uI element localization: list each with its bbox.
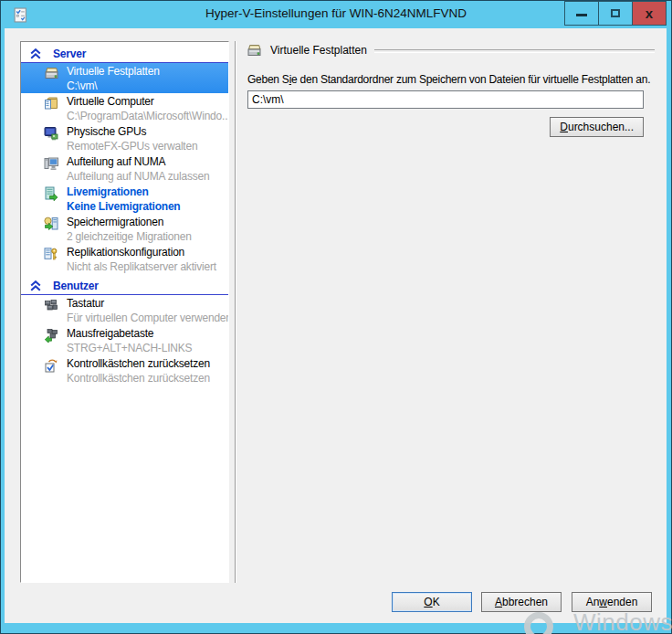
panel-title: Virtuelle Festplatten	[270, 44, 367, 57]
item-subtitle: C:\vm\	[67, 79, 228, 93]
sidebar-item-kontrollkästchen-zurücksetzen[interactable]: Kontrollkästchen zurücksetzenKontrollkäs…	[21, 355, 228, 386]
settings-nav-list[interactable]: ServerVirtuelle FestplattenC:\vm\Virtuel…	[20, 41, 229, 583]
item-title: Replikationskonfiguration	[67, 245, 228, 259]
hard-disk-icon	[247, 43, 262, 58]
maximize-button[interactable]	[598, 1, 633, 26]
item-title: Mausfreigabetaste	[67, 326, 228, 341]
section-label: Server	[53, 48, 86, 60]
item-title: Aufteilung auf NUMA	[67, 154, 228, 169]
item-title: Virtuelle Computer	[67, 94, 228, 109]
browse-row: Durchsuchen...	[247, 117, 644, 137]
virtual-computer-icon	[44, 96, 58, 111]
item-subtitle: Keine Livemigrationen	[67, 199, 228, 214]
sidebar-item-mausfreigabetaste[interactable]: MausfreigabetasteSTRG+ALT+NACH-LINKS	[21, 325, 228, 355]
item-title: Kontrollkästchen zurücksetzen	[67, 356, 228, 371]
live-migration-icon	[44, 186, 58, 201]
header-rule	[374, 49, 655, 53]
window-controls: x	[565, 1, 667, 26]
sidebar-item-aufteilung-auf-numa[interactable]: Aufteilung auf NUMAAufteilung auf NUMA z…	[21, 153, 228, 184]
sidebar-item-virtuelle-computer[interactable]: Virtuelle ComputerC:\ProgramData\Microso…	[21, 93, 228, 123]
item-subtitle: Aufteilung auf NUMA zulassen	[67, 169, 228, 184]
sidebar-item-livemigrationen[interactable]: LivemigrationenKeine Livemigrationen	[21, 184, 228, 214]
sidebar-item-replikationskonfiguration[interactable]: ReplikationskonfigurationNicht als Repli…	[21, 244, 228, 274]
chevron-double-up-icon	[30, 280, 41, 291]
sidebar-item-tastatur[interactable]: TastaturFür virtuellen Computer verwende…	[21, 295, 228, 325]
ok-post: K	[433, 596, 440, 608]
item-title: Physische GPUs	[67, 124, 228, 139]
panel-header: Virtuelle Festplatten	[247, 43, 655, 58]
browse-post: urchsuchen...	[568, 121, 634, 133]
section-header-benutzer[interactable]: Benutzer	[21, 274, 228, 295]
replication-icon	[44, 247, 58, 261]
path-input[interactable]	[247, 90, 644, 109]
maximize-icon	[611, 9, 620, 17]
close-button[interactable]: x	[632, 1, 667, 26]
close-icon: x	[646, 6, 653, 20]
titlebar: Hyper-V-Einstellungen für WIN-6N24NMLFVN…	[1, 1, 671, 28]
item-subtitle: Kontrollkästchen zurücksetzen	[67, 371, 228, 386]
item-subtitle: 2 gleichzeitige Migrationen	[67, 229, 228, 244]
ok-button[interactable]: OK	[392, 592, 472, 612]
item-subtitle: RemoteFX-GPUs verwalten	[67, 139, 228, 153]
section-label: Benutzer	[53, 280, 99, 292]
desc-pre: Geben S	[247, 73, 289, 86]
apply-accel: w	[599, 596, 607, 608]
item-subtitle: Für virtuellen Computer verwenden	[67, 311, 228, 325]
mouse-release-key-icon	[44, 328, 58, 343]
browse-button[interactable]: Durchsuchen...	[550, 117, 644, 137]
cancel-button[interactable]: Abbrechen	[481, 592, 562, 612]
item-title: Tastatur	[67, 296, 228, 311]
sidebar-item-virtuelle-festplatten[interactable]: Virtuelle FestplattenC:\vm\	[21, 63, 228, 93]
keyboard-icon	[44, 298, 58, 312]
sidebar-item-physische-gpus[interactable]: Physische GPUsRemoteFX-GPUs verwalten	[21, 123, 228, 153]
apply-post: enden	[607, 596, 637, 608]
ok-accel: O	[424, 596, 432, 608]
checkbox-reset-icon	[44, 358, 58, 373]
panel-divider	[235, 41, 236, 583]
folder-description: Geben Sie den Standardordner zum Speiche…	[247, 73, 650, 86]
dialog-body: ServerVirtuelle FestplattenC:\vm\Virtuel…	[5, 28, 667, 623]
item-subtitle: C:\ProgramData\Microsoft\Windo...	[67, 109, 228, 123]
section-header-server[interactable]: Server	[21, 42, 228, 63]
item-title: Livemigrationen	[67, 185, 228, 199]
hard-disk-icon	[44, 66, 58, 80]
browse-accel: D	[560, 121, 568, 133]
sidebar-item-speichermigrationen[interactable]: Speichermigrationen2 gleichzeitige Migra…	[21, 214, 228, 244]
apply-pre: An	[586, 596, 600, 608]
virtual-hard-disks-panel: Virtuelle Festplatten Geben Sie den Stan…	[247, 28, 657, 576]
cancel-post: bbrechen	[502, 596, 548, 608]
cancel-accel: A	[495, 596, 502, 608]
desc-post: e den Standardordner zum Speichern von D…	[291, 73, 650, 86]
chevron-double-up-icon	[30, 48, 41, 59]
item-subtitle: Nicht als Replikatserver aktiviert	[67, 259, 228, 274]
storage-migration-icon	[44, 217, 58, 231]
hyperv-settings-window: Hyper-V-Einstellungen für WIN-6N24NMLFVN…	[0, 0, 672, 634]
physical-gpu-icon	[44, 126, 58, 141]
item-subtitle: STRG+ALT+NACH-LINKS	[67, 341, 228, 355]
minimize-button[interactable]	[564, 1, 599, 26]
minimize-icon	[576, 14, 587, 16]
item-title: Virtuelle Festplatten	[67, 64, 228, 79]
apply-button[interactable]: Anwenden	[572, 592, 652, 612]
item-title: Speichermigrationen	[67, 215, 228, 229]
numa-icon	[44, 156, 58, 171]
